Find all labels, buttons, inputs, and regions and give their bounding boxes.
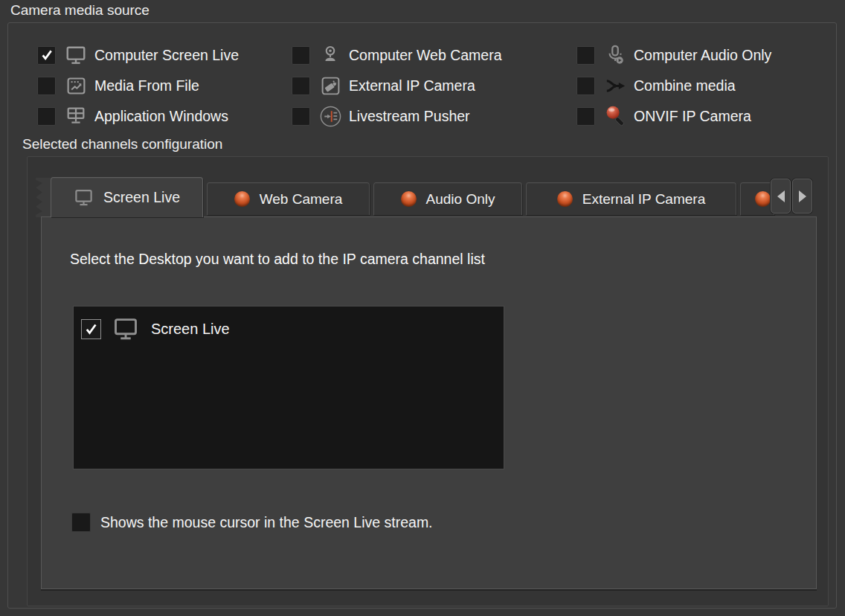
checkbox[interactable] — [37, 77, 56, 95]
left-arrow-icon — [777, 190, 785, 202]
instruction-text: Select the Desktop you want to add to th… — [70, 251, 485, 268]
screen-live-tab-panel: Select the Desktop you want to add to th… — [41, 216, 817, 589]
source-option-label: Livestream Pusher — [349, 108, 470, 125]
desktop-list-item-label: Screen Live — [151, 321, 230, 338]
ip-camera-icon — [318, 74, 342, 97]
source-option-label: Computer Screen Live — [94, 47, 239, 64]
checkmark-icon — [39, 48, 54, 62]
source-option-label: Computer Audio Only — [634, 47, 771, 64]
source-option-label: External IP Camera — [349, 77, 475, 94]
livestream-pusher-icon — [318, 104, 342, 128]
checkbox[interactable] — [292, 46, 310, 65]
webcam-icon — [318, 43, 342, 67]
desktop-list: Screen Live — [73, 306, 504, 469]
source-option-label: Media From File — [94, 77, 199, 94]
status-sphere-icon — [401, 191, 417, 207]
checkmark-icon — [83, 321, 99, 337]
checkbox[interactable] — [576, 46, 595, 65]
tab-scroll-right-button[interactable] — [792, 179, 812, 214]
monitor-icon — [64, 43, 88, 67]
monitor-icon — [74, 187, 94, 208]
source-option-label: Computer Web Camera — [349, 47, 502, 64]
checkbox[interactable] — [81, 319, 101, 339]
tab-screen-live[interactable]: Screen Live — [51, 177, 203, 217]
checkbox[interactable] — [292, 77, 310, 95]
status-sphere-icon — [234, 191, 250, 207]
source-option-label: Application Windows — [94, 108, 228, 125]
source-option-onvif-ip-camera[interactable]: ONVIF IP Camera — [576, 104, 751, 128]
source-option-media-from-file[interactable]: Media From File — [37, 74, 199, 97]
checkbox[interactable] — [576, 107, 595, 126]
tab-label: Audio Only — [426, 191, 495, 208]
channels-section-title: Selected channels configuration — [22, 136, 222, 153]
checkbox[interactable] — [292, 107, 310, 126]
media-file-icon — [64, 74, 88, 97]
tab-scroll-left-button[interactable] — [771, 179, 791, 214]
app-windows-icon — [64, 104, 88, 128]
checkbox[interactable] — [71, 513, 91, 532]
source-option-application-windows[interactable]: Application Windows — [37, 104, 228, 128]
checkbox[interactable] — [37, 107, 56, 126]
tab-external-ip-camera[interactable]: External IP Camera — [526, 182, 736, 215]
microphone-icon — [603, 43, 627, 67]
source-option-computer-web-camera[interactable]: Computer Web Camera — [292, 43, 502, 67]
checkbox[interactable] — [576, 77, 595, 95]
combine-media-icon — [603, 74, 627, 97]
tab-label: Web Camera — [260, 191, 343, 208]
right-arrow-icon — [799, 190, 806, 202]
status-sphere-icon — [557, 191, 573, 207]
source-option-combine-media[interactable]: Combine media — [576, 74, 736, 97]
status-sphere-icon — [755, 191, 771, 207]
tab-web-camera[interactable]: Web Camera — [207, 182, 370, 215]
source-option-label: Combine media — [634, 77, 736, 94]
mouse-cursor-option-label: Shows the mouse cursor in the Screen Liv… — [100, 514, 433, 531]
source-option-computer-audio-only[interactable]: Computer Audio Only — [576, 43, 771, 67]
source-option-computer-screen-live[interactable]: Computer Screen Live — [37, 43, 239, 67]
tab-audio-only[interactable]: Audio Only — [373, 182, 522, 215]
monitor-icon — [111, 315, 141, 343]
group-title: Camera media source — [10, 2, 150, 19]
source-option-external-ip-camera[interactable]: External IP Camera — [292, 74, 475, 97]
source-option-livestream-pusher[interactable]: Livestream Pusher — [292, 104, 470, 128]
tab-label: Screen Live — [103, 189, 180, 206]
onvif-magnifier-icon — [603, 104, 627, 128]
checkbox[interactable] — [37, 46, 56, 65]
tab-label: External IP Camera — [582, 191, 705, 208]
mouse-cursor-option[interactable]: Shows the mouse cursor in the Screen Liv… — [71, 513, 433, 532]
tab-partial-clipped[interactable] — [740, 182, 774, 215]
source-option-label: ONVIF IP Camera — [634, 108, 751, 125]
desktop-list-item-screen-live[interactable]: Screen Live — [74, 307, 504, 343]
